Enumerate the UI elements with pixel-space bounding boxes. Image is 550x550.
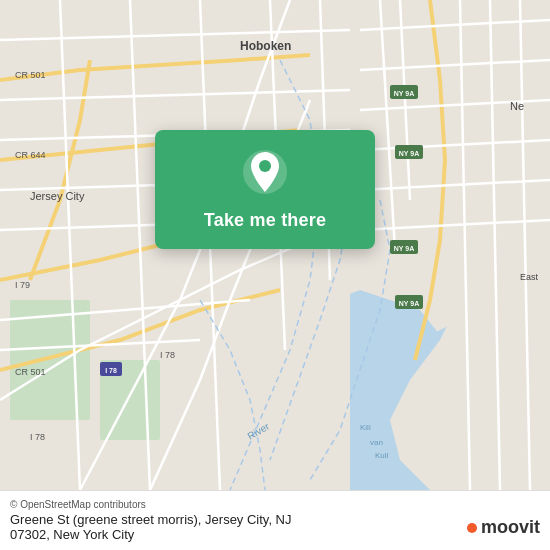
address-line2: 07302, New York City bbox=[10, 527, 292, 542]
svg-text:Kull: Kull bbox=[375, 451, 389, 460]
take-me-there-button[interactable]: Take me there bbox=[204, 206, 326, 235]
svg-text:van: van bbox=[370, 438, 383, 447]
attribution-text: © OpenStreetMap contributors bbox=[10, 499, 292, 510]
svg-point-32 bbox=[259, 160, 271, 172]
svg-text:CR 501: CR 501 bbox=[15, 367, 46, 377]
map-container: CR 501 CR 644 I 79 CR 501 I 78 I 78 Hobo… bbox=[0, 0, 550, 490]
svg-text:Hoboken: Hoboken bbox=[240, 39, 291, 53]
svg-text:Jersey City: Jersey City bbox=[30, 190, 85, 202]
svg-text:I 78: I 78 bbox=[160, 350, 175, 360]
svg-text:NY 9A: NY 9A bbox=[394, 90, 415, 97]
pin-icon bbox=[241, 148, 289, 196]
svg-text:NY 9A: NY 9A bbox=[399, 150, 420, 157]
bottom-bar: © OpenStreetMap contributors Greene St (… bbox=[0, 490, 550, 550]
moovit-dot bbox=[467, 523, 477, 533]
svg-text:I 78: I 78 bbox=[105, 367, 117, 374]
address-line1: Greene St (greene street morris), Jersey… bbox=[10, 512, 292, 527]
location-card: Take me there bbox=[155, 130, 375, 249]
svg-text:East: East bbox=[520, 272, 539, 282]
moovit-text: moovit bbox=[481, 517, 540, 538]
svg-text:CR 644: CR 644 bbox=[15, 150, 46, 160]
svg-text:NY 9A: NY 9A bbox=[394, 245, 415, 252]
svg-text:Kill: Kill bbox=[360, 423, 371, 432]
svg-text:I 79: I 79 bbox=[15, 280, 30, 290]
svg-text:Ne: Ne bbox=[510, 100, 524, 112]
svg-text:CR 501: CR 501 bbox=[15, 70, 46, 80]
svg-text:I 78: I 78 bbox=[30, 432, 45, 442]
svg-text:NY 9A: NY 9A bbox=[399, 300, 420, 307]
moovit-logo: moovit bbox=[467, 517, 540, 538]
